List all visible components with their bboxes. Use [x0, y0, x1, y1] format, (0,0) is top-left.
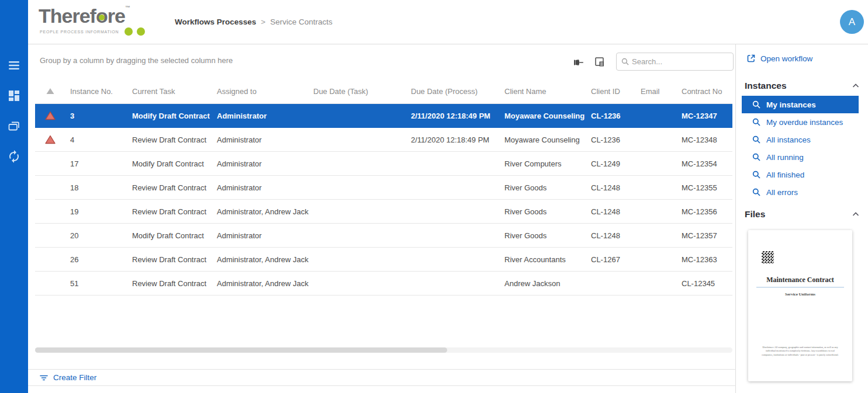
cell-client_id: CL-1248	[586, 231, 636, 240]
instances-item-label: All errors	[766, 188, 798, 197]
instances-item-my-instances[interactable]: My instances	[742, 96, 859, 113]
open-workflow-label: Open workflow	[760, 54, 812, 63]
trademark-symbol: ™	[125, 5, 130, 11]
table-row-instance-4[interactable]: 4Review Draft ContractAdministrator2/11/…	[35, 128, 732, 152]
cell-current_task: Modify Draft Contract	[127, 231, 212, 240]
table-row-instance-20[interactable]: 20Modify Draft ContractAdministratorRive…	[35, 224, 732, 248]
search-icon	[752, 135, 760, 144]
table-row-instance-26[interactable]: 26Review Draft ContractAdministrator, An…	[35, 248, 732, 272]
cell-current_task: Modify Draft Contract	[127, 112, 212, 120]
left-nav-rail	[0, 0, 28, 393]
open-external-icon	[746, 54, 756, 63]
document-subtitle: Service Uniforms	[756, 292, 844, 297]
scrollbar-thumb[interactable]	[35, 347, 447, 353]
cell-contract_no: MC-12347	[677, 112, 731, 120]
brand-tagline: PEOPLE PROCESS INFORMATION	[40, 30, 119, 34]
files-section-title: Files	[745, 209, 765, 220]
file-preview-thumbnail[interactable]: Maintenance Contract Service Uniforms Di…	[748, 230, 852, 381]
qr-code	[762, 251, 774, 263]
cell-instance_no: 18	[65, 183, 127, 192]
column-header-email[interactable]: Email	[636, 87, 677, 96]
documents-icon[interactable]	[7, 119, 21, 133]
files-section-header: Files	[745, 209, 860, 220]
search-icon	[752, 100, 760, 109]
column-header-contract_no[interactable]: Contract No	[677, 87, 731, 96]
menu-icon[interactable]	[7, 58, 21, 72]
cell-current_task: Modify Draft Contract	[127, 159, 212, 168]
cell-warning	[35, 135, 65, 144]
cell-instance_no: 51	[65, 279, 127, 288]
cell-contract_no: MC-12357	[677, 231, 731, 240]
create-filter-label: Create Filter	[53, 373, 96, 382]
table-row-instance-18[interactable]: 18Review Draft ContractAdministratorRive…	[35, 176, 732, 200]
column-header-instance_no[interactable]: Instance No.	[65, 87, 127, 96]
column-header-assigned_to[interactable]: Assigned to	[212, 87, 309, 96]
workflow-side-panel: Open workflow Instances My instancesMy o…	[736, 44, 868, 393]
brand-wordmark: Therefore™	[39, 5, 145, 27]
cell-instance_no: 3	[65, 112, 127, 120]
dashboard-icon[interactable]	[7, 89, 21, 103]
cell-instance_no: 26	[65, 255, 127, 264]
cell-warning	[35, 111, 65, 120]
group-by-drop-zone[interactable]: Group by a column by dragging the select…	[40, 56, 233, 65]
cell-client_id: CL-1236	[586, 135, 636, 144]
cell-assigned_to: Administrator	[212, 183, 309, 192]
column-header-due_date_task[interactable]: Due Date (Task)	[309, 87, 406, 96]
therefore-logo[interactable]: Therefore™ PEOPLE PROCESS INFORMATION	[39, 5, 145, 36]
search-input[interactable]	[632, 57, 728, 66]
cell-assigned_to: Administrator	[212, 135, 309, 144]
chevron-up-icon[interactable]	[852, 210, 860, 218]
cell-client_name: River Computers	[500, 159, 586, 168]
user-avatar[interactable]: A	[840, 10, 864, 34]
cell-contract_no: MC-12356	[677, 207, 731, 216]
open-workflow-link[interactable]: Open workflow	[746, 54, 812, 63]
column-header-client_id[interactable]: Client ID	[586, 87, 636, 96]
instances-item-all-instances[interactable]: All instances	[742, 131, 859, 148]
cell-current_task: Review Draft Contract	[127, 183, 212, 192]
instances-section-title: Instances	[745, 81, 787, 91]
cell-current_task: Review Draft Contract	[127, 279, 212, 288]
cell-assigned_to: Administrator	[212, 112, 309, 120]
pin-icon[interactable]	[573, 57, 585, 68]
cell-assigned_to: Administrator, Andrew Jackson	[212, 207, 309, 216]
cell-current_task: Review Draft Contract	[127, 135, 212, 144]
table-row-instance-17[interactable]: 17Modify Draft ContractAdministratorRive…	[35, 152, 732, 176]
column-header-due_date_process[interactable]: Due Date (Process)	[406, 87, 500, 96]
instances-item-all-finished[interactable]: All finished	[742, 166, 859, 183]
instances-item-label: All running	[766, 153, 804, 162]
table-row-instance-19[interactable]: 19Review Draft ContractAdministrator, An…	[35, 200, 732, 224]
breadcrumb-workflows-processes[interactable]: Workflows Processes	[175, 18, 256, 26]
cell-client_id: CL-1236	[586, 112, 636, 120]
cell-contract_no: CL-12345	[677, 279, 731, 288]
instances-section-header: Instances	[745, 81, 860, 91]
column-header-client_name[interactable]: Client Name	[500, 87, 586, 96]
sync-icon[interactable]	[7, 149, 21, 164]
cell-client_name: Moyaware Counseling	[500, 112, 586, 120]
instances-item-all-running[interactable]: All running	[742, 148, 859, 166]
table-row-instance-3[interactable]: 3Modify Draft ContractAdministrator2/11/…	[35, 104, 732, 128]
column-header-current_task[interactable]: Current Task	[127, 87, 212, 96]
sort-triangle-icon	[46, 86, 55, 96]
warning-triangle-icon	[45, 135, 56, 144]
create-filter-button[interactable]: Create Filter	[40, 373, 96, 382]
document-title: Maintenance Contract	[756, 276, 844, 288]
preview-pane-icon[interactable]	[594, 56, 606, 68]
search-icon	[752, 153, 760, 161]
column-header-warning[interactable]	[35, 86, 65, 96]
cell-client_id: CL-1249	[586, 159, 636, 168]
instances-item-my-overdue-instances[interactable]: My overdue instances	[742, 113, 859, 131]
horizontal-scrollbar[interactable]	[35, 347, 732, 353]
instances-item-label: My instances	[766, 100, 816, 109]
table-body: 3Modify Draft ContractAdministrator2/11/…	[35, 104, 732, 295]
filter-icon	[40, 374, 48, 382]
instances-item-all-errors[interactable]: All errors	[742, 183, 859, 201]
cell-contract_no: MC-12348	[677, 135, 731, 144]
search-icon	[752, 171, 760, 179]
table-row-instance-51[interactable]: 51Review Draft ContractAdministrator, An…	[35, 272, 732, 295]
top-header: Therefore™ PEOPLE PROCESS INFORMATION Wo…	[28, 0, 868, 44]
cell-client_name: River Goods	[500, 207, 586, 216]
filter-bar: Create Filter	[28, 369, 736, 386]
breadcrumb: Workflows Processes > Service Contracts	[175, 18, 333, 26]
chevron-up-icon[interactable]	[852, 82, 860, 90]
instances-item-label: My overdue instances	[766, 118, 843, 127]
